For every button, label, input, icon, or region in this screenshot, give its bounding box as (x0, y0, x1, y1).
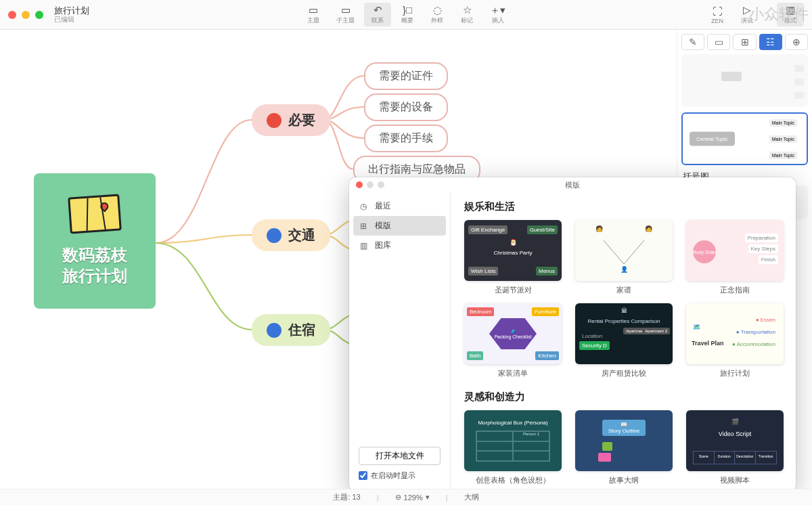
chevron-down-icon[interactable]: ▾ (426, 493, 430, 502)
close-window-button[interactable] (8, 11, 16, 19)
zen-icon: ⛶ (713, 5, 723, 18)
category-life: 娱乐和生活 (464, 200, 782, 213)
leaf-equipment[interactable]: 需要的设备 (364, 93, 448, 121)
grid-icon: ⊞ (360, 221, 369, 231)
modal-close-button[interactable] (356, 181, 363, 188)
topic-button[interactable]: ▭主题 (300, 3, 327, 26)
present-button[interactable]: ▷演说 (734, 3, 761, 26)
boundary-icon: ◌ (433, 4, 442, 16)
template-travel[interactable]: 🗺️Travel Plan● Essen● Transportation● Ac… (686, 303, 784, 378)
dot-icon (267, 323, 281, 338)
thumb-central-label: Central Topic (690, 132, 735, 146)
insert-icon: ＋▾ (490, 4, 505, 16)
zoom-control[interactable]: ⊖129%▾ (395, 493, 430, 502)
dot-icon (267, 228, 281, 243)
structure-tab-icon[interactable]: ☷ (759, 34, 782, 50)
document-title: 旅行计划 (54, 5, 89, 16)
root-line1: 数码荔枝 (62, 244, 127, 265)
root-line2: 旅行计划 (62, 265, 127, 286)
branch-accommodation[interactable]: 住宿 (252, 314, 330, 346)
leaf-procedures[interactable]: 需要的手续 (364, 125, 448, 152)
template-modal-titlebar[interactable]: 模版 (349, 177, 796, 192)
show-on-launch-checkbox[interactable]: 在启动时显示 (359, 470, 441, 481)
zoom-out-icon[interactable]: ⊖ (395, 493, 401, 502)
topic-count: 主题: 13 (333, 492, 360, 502)
summary-icon: }□ (403, 4, 412, 16)
maximize-window-button[interactable] (35, 11, 43, 19)
template-video[interactable]: 🎬Video ScriptSceneDurationDescriptionTra… (686, 410, 784, 485)
format-button[interactable]: ▥格式 (777, 3, 804, 26)
status-bar: 主题: 13 | ⊖129%▾ | 大纲 (0, 489, 812, 505)
show-on-launch-input[interactable] (359, 471, 367, 480)
template-family[interactable]: 🧑🧑👤 家谱 (575, 220, 673, 295)
document-title-block: 旅行计划 已编辑 (54, 5, 89, 24)
clock-icon: ◷ (360, 202, 369, 211)
template-content: 娱乐和生活 Christmas Party🎅Gift ExchangeGuest… (451, 192, 796, 491)
marker-icon: ☆ (463, 4, 472, 16)
template-modal: 模版 ◷最近 ⊞模版 ▥图库 打开本地文件 在启动时显示 娱乐和生活 Chris… (349, 177, 796, 491)
leaf-documents[interactable]: 需要的证件 (364, 62, 448, 90)
template-packing[interactable]: 🧳Packing ChecklistBedroomFurniture Bath … (464, 303, 562, 378)
open-local-file-button[interactable]: 打开本地文件 (359, 447, 441, 465)
window-controls (8, 11, 43, 19)
subtopic-button[interactable]: ▭子主题 (330, 3, 361, 26)
subtopic-icon: ▭ (341, 4, 351, 16)
category-creative: 灵感和创造力 (464, 391, 782, 403)
template-sidebar: ◷最近 ⊞模版 ▥图库 打开本地文件 在启动时显示 (349, 192, 451, 491)
format-icon: ▥ (786, 4, 795, 16)
branch-transport[interactable]: 交通 (252, 219, 330, 251)
topic-icon: ▭ (309, 4, 318, 16)
outline-toggle[interactable]: 大纲 (464, 492, 479, 502)
sidebar-recent[interactable]: ◷最近 (349, 196, 450, 216)
root-topic[interactable]: 数码荔枝 旅行计划 (34, 173, 156, 309)
template-christmas[interactable]: Christmas Party🎅Gift ExchangeGuest/SiteW… (464, 220, 562, 295)
library-icon: ▥ (360, 241, 369, 250)
relationship-icon: ↶ (374, 4, 382, 16)
relationship-button[interactable]: ↶联系 (364, 3, 391, 26)
skeleton-tab-icon[interactable]: ⊕ (785, 34, 808, 50)
template-morphological[interactable]: Morphological Box (Persona)Person 1 创意表格… (464, 410, 562, 485)
sidebar-library[interactable]: ▥图库 (349, 236, 450, 255)
template-rental[interactable]: 🏛Rental Properties ComparisonLocationSec… (575, 303, 673, 378)
boundary-button[interactable]: ◌外框 (424, 3, 451, 26)
branch-essential[interactable]: 必要 (252, 104, 330, 136)
dot-icon (267, 113, 281, 128)
style-tab-icon[interactable]: ✎ (681, 34, 704, 50)
summary-button[interactable]: }□概要 (394, 3, 421, 26)
map-tab-icon[interactable]: ⊞ (733, 34, 756, 50)
modal-title: 模版 (565, 180, 580, 190)
video-tab-icon[interactable]: ▭ (707, 34, 730, 50)
insert-button[interactable]: ＋▾插入 (483, 3, 512, 26)
map-icon (68, 194, 122, 234)
template-mindful[interactable]: Body ScanPreparationKey StepsFinish 正念指南 (686, 220, 784, 295)
document-status: 已编辑 (54, 16, 89, 24)
layout-thumb-2-selected[interactable]: Central Topic Main Topic Main Topic Main… (681, 112, 808, 165)
marker-button[interactable]: ☆标记 (453, 3, 480, 26)
template-story[interactable]: 📖Story Outline 故事大纲 (575, 410, 673, 485)
minimize-window-button[interactable] (22, 11, 30, 19)
layout-thumb-1[interactable] (681, 54, 808, 107)
present-icon: ▷ (743, 4, 751, 16)
main-toolbar: 旅行计划 已编辑 ▭主题 ▭子主题 ↶联系 }□概要 ◌外框 ☆标记 ＋▾插入 … (0, 0, 812, 30)
zen-button[interactable]: ⛶ZEN (704, 4, 731, 26)
sidebar-templates[interactable]: ⊞模版 (353, 216, 446, 236)
